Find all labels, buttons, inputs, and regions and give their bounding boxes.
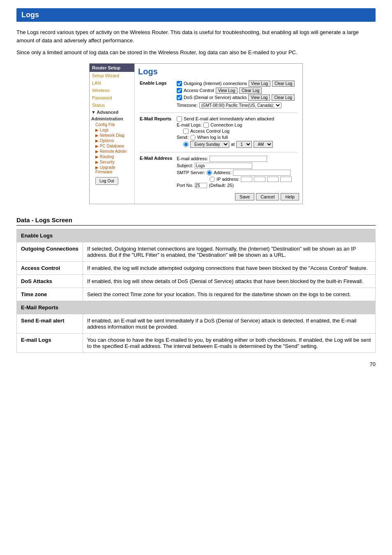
logs-form: Enable Logs Outgoing (Internet) connecti… (138, 80, 299, 190)
row-access-label: Access Control (17, 261, 83, 274)
email-reports-label: E-Mail Reports (138, 115, 175, 150)
smtp-ip-4[interactable] (280, 177, 292, 182)
send-alert-checkbox[interactable] (177, 116, 182, 122)
sidebar-header: Router Setup (90, 64, 134, 72)
row-timezone-label: Time zone (17, 288, 83, 301)
router-main-content: Logs Enable Logs Outgoing (Internet) con… (135, 64, 302, 204)
table-row: Time zone Select the correct Time zone f… (17, 288, 376, 301)
form-buttons: Save Cancel Help (138, 193, 299, 200)
email-address-section-label: E-Mail Address (138, 155, 175, 190)
subject-input[interactable] (195, 163, 252, 169)
row-dos-desc: If enabled, this log will show details o… (83, 274, 376, 288)
enable-logs-content: Outgoing (Internet) connections View Log… (175, 80, 299, 110)
page-title: Logs (16, 8, 376, 22)
page-number: 70 (16, 361, 376, 367)
access-control-log-checkbox[interactable] (183, 129, 189, 134)
view-log-outgoing[interactable]: View Log (249, 81, 270, 87)
row-access-desc: If enabled, the log will include attempt… (83, 261, 376, 274)
email-logs-label: E-mail Logs: (177, 122, 202, 127)
logout-button[interactable]: Log Out (95, 177, 118, 185)
data-section: Data - Logs Screen Enable Logs Outgoing … (16, 216, 376, 353)
table-row: Outgoing Connections If selected, Outgoi… (17, 242, 376, 261)
clear-log-outgoing[interactable]: Clear Log (272, 81, 295, 87)
access-control-label: Access Control (184, 88, 214, 93)
cancel-button[interactable]: Cancel (256, 193, 279, 200)
smtp-ip-1[interactable] (241, 177, 252, 182)
timezone-select[interactable]: (GMT-08:00) Pacific Time(US, Canada); Ti… (199, 102, 281, 108)
clear-log-access[interactable]: Clear Log (239, 88, 262, 94)
router-sidebar: Router Setup Setup Wizard LAN Wireless P… (90, 64, 135, 204)
sidebar-item-wireless[interactable]: Wireless (90, 87, 134, 94)
section-header-email-reports: E-Mail Reports (17, 301, 376, 314)
dos-label: DoS (Denial or Service) attacks (184, 95, 247, 100)
hour-select[interactable]: 1 (236, 141, 252, 148)
smtp-ip-3[interactable] (267, 177, 279, 182)
smtp-label: SMTP Server: (177, 170, 205, 175)
section-header-enable-logs: Enable Logs (17, 229, 376, 242)
sidebar-item-status[interactable]: Status (90, 101, 134, 109)
send-alert-label: Send E-mail alert immediately when attac… (184, 116, 274, 121)
router-screenshot: Router Setup Setup Wizard LAN Wireless P… (89, 63, 303, 204)
smtp-address-label: Address: (214, 170, 231, 175)
view-log-dos[interactable]: View Log (248, 94, 270, 101)
sidebar-advanced[interactable]: ▼ Advanced (90, 109, 134, 115)
send-label: Send: (177, 135, 189, 140)
smtp-ip-radio[interactable] (210, 177, 215, 182)
smtp-ip-2[interactable] (254, 177, 265, 182)
sidebar-item-lan[interactable]: LAN (90, 79, 134, 87)
sidebar-sub-pc-database[interactable]: ▶ PC Database (90, 143, 134, 149)
connection-log-checkbox[interactable] (203, 122, 209, 128)
outgoing-checkbox[interactable] (177, 81, 182, 86)
row-send-alert-desc: If enabled, an E-mail will be sent immed… (83, 314, 376, 333)
subject-label: Subject: (177, 163, 193, 168)
save-button[interactable]: Save (235, 193, 254, 200)
row-outgoing-label: Outgoing Connections (17, 242, 83, 261)
sidebar-sub-upgrade-firmware[interactable]: ▶ Upgrade Firmware (90, 165, 134, 175)
email-address-content: E-mail address: Subject: SMTP Server: Ad… (175, 155, 299, 190)
sidebar-sub-network-diag[interactable]: ▶ Network Diag (90, 133, 134, 138)
row-timezone-desc: Select the correct Time zone for your lo… (83, 288, 376, 301)
port-label: Port No. (177, 183, 193, 188)
sidebar-sub-logs[interactable]: ▶ Logs (90, 127, 134, 133)
outgoing-label: Outgoing (Internet) connections (184, 81, 247, 86)
smtp-ip-label: IP address: (217, 177, 239, 182)
sidebar-administration: Administration (90, 115, 134, 122)
dos-checkbox[interactable] (177, 95, 182, 100)
view-log-access[interactable]: View Log (216, 88, 238, 94)
sidebar-sub-security[interactable]: ▶ Security (90, 159, 134, 165)
table-row: Send E-mail alert If enabled, an E-mail … (17, 314, 376, 333)
section-header-email-reports-cell: E-Mail Reports (17, 301, 376, 314)
section-header-enable-logs-cell: Enable Logs (17, 229, 376, 242)
sidebar-sub-options[interactable]: ▶ Options (90, 138, 134, 143)
clear-log-dos[interactable]: Clear Log (272, 94, 294, 101)
email-reports-content: Send E-mail alert immediately when attac… (175, 115, 299, 150)
help-button[interactable]: Help (281, 193, 299, 200)
table-row: Access Control If enabled, the log will … (17, 261, 376, 274)
port-input[interactable] (195, 183, 207, 188)
sidebar-item-password[interactable]: Password (90, 94, 134, 101)
timezone-label: Timezone: (177, 103, 198, 108)
at-label: at (231, 142, 235, 147)
connection-log-label: Connection Log (210, 122, 242, 127)
when-log-full-radio[interactable] (190, 135, 196, 140)
port-default: (Default: 25) (209, 183, 234, 188)
sidebar-item-setup-wizard[interactable]: Setup Wizard (90, 72, 134, 79)
row-dos-label: DoS Attacks (17, 274, 83, 288)
access-control-checkbox[interactable] (177, 88, 182, 93)
day-select[interactable]: Every Sunday (190, 141, 229, 148)
access-control-log-label: Access Control Log (190, 129, 229, 134)
smtp-address-radio[interactable] (207, 170, 212, 175)
sidebar-sub-config-file[interactable]: Config File (90, 122, 134, 127)
email-addr-label: E-mail address: (177, 156, 208, 161)
sidebar-sub-remote-admin[interactable]: ▶ Remote Admin (90, 149, 134, 154)
ampm-select[interactable]: AM (254, 141, 273, 148)
every-sunday-radio[interactable] (183, 142, 189, 147)
intro-para1: The Logs record various types of activit… (16, 28, 376, 44)
table-row: E-mail Logs You can choose to have the l… (17, 333, 376, 352)
router-main-title: Logs (138, 67, 299, 76)
row-outgoing-desc: If selected, Outgoing Internet connectio… (83, 242, 376, 261)
row-send-alert-label: Send E-mail alert (17, 314, 83, 333)
sidebar-sub-routing[interactable]: ▶ Routing (90, 154, 134, 159)
smtp-address-input[interactable] (233, 170, 291, 176)
email-address-input[interactable] (210, 156, 267, 162)
